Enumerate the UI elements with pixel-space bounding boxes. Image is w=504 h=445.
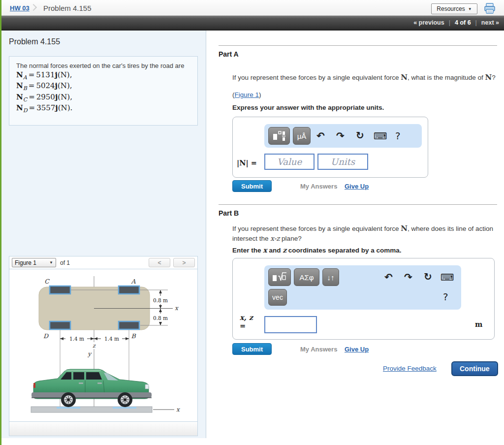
part-b-my-answers[interactable]: My Answers [300,346,337,353]
figure-body: C A D B x z y x 0.8 m 0.8 m 1.4 m [9,269,198,421]
part-b-question: If you represent these forces by a singl… [232,223,501,243]
figure-footer [9,421,198,436]
unit-label: m [475,320,482,328]
svg-text:y: y [87,350,92,357]
svg-text:0.8 m: 0.8 m [153,315,168,321]
force-equation-a: NA=5131j(N), [16,70,190,82]
svg-text:1.4 m: 1.4 m [69,336,84,342]
print-icon[interactable] [483,2,496,14]
problem-title: Problem 4.155 [9,37,60,46]
figure-header: Figure 1 ▼ of 1 < > [9,256,198,269]
part-b-instruction: Enter the x and z coordinates separated … [232,246,401,254]
page: HW 03 Problem 4.155 Resources ▼ « previo… [0,0,504,445]
equation-template-icon [273,130,285,141]
part-a-question: If you represent these forces by a singl… [232,72,497,83]
sqrt-template-icon [272,272,287,283]
problem-statement-box: The normal forces exerted on the car's t… [9,56,198,126]
part-b-answer-label: x, z = [240,314,253,330]
svg-text:B: B [131,332,136,340]
provide-feedback-link[interactable]: Provide Feedback [383,365,437,372]
svg-text:z: z [93,343,96,349]
figure-prev-button[interactable]: < [149,258,170,267]
top-bar: HW 03 Problem 4.155 Resources ▼ [0,0,504,16]
resources-dropdown[interactable]: Resources ▼ [431,3,477,14]
figure-selector[interactable]: Figure 1 ▼ [12,258,56,267]
units-button[interactable]: μÅ [293,127,311,145]
redo-icon[interactable]: ↷ [336,131,345,141]
coordinates-input[interactable] [264,316,317,333]
vec-button[interactable]: vec [268,289,287,306]
resources-label: Resources [437,5,465,12]
part-a-heading: Part A [219,50,239,58]
up-down-arrows-button[interactable]: ↓↑ [322,268,339,286]
nav-separator: | [475,19,477,26]
part-a-equation-toolbar: μÅ ↶ ↷ ↻ ⌨ ? [264,124,422,148]
item-position: 4 of 6 [455,19,471,26]
breadcrumb-chevron-icon [30,4,37,11]
dropdown-arrow-icon: ▼ [468,7,472,11]
help-icon[interactable]: ? [395,131,401,141]
help-icon[interactable]: ? [443,292,448,302]
next-button[interactable]: next » [481,19,499,26]
part-b-give-up-link[interactable]: Give Up [345,346,369,353]
figure-link-line: (Figure 1) [232,91,261,100]
left-green-edge [0,0,1,445]
part-a-give-up-link[interactable]: Give Up [345,183,369,190]
dropdown-arrow-icon: ▼ [49,260,53,265]
part-b-heading: Part B [219,209,239,217]
value-input[interactable] [264,154,315,170]
figure-1-link[interactable]: Figure 1 [235,91,259,98]
part-a-submit-button[interactable]: Submit [232,180,272,192]
part-a-instruction: Express your answer with the appropriate… [232,104,384,111]
units-input[interactable] [317,154,368,170]
page-title: Problem 4.155 [43,4,92,12]
svg-text:1.4 m: 1.4 m [104,336,119,342]
nav-separator: | [449,19,450,26]
keyboard-icon[interactable]: ⌨ [374,131,387,141]
svg-text:D: D [43,332,49,340]
part-b-divider [219,204,497,205]
figure-selector-value: Figure 1 [15,259,36,266]
equation-template-button[interactable] [268,127,290,145]
greek-letters-button[interactable]: ΑΣφ [294,268,319,286]
force-equation-c: NC=2950j(N), [16,93,190,104]
force-equation-b: NB=5024j(N), [16,81,190,93]
continue-button[interactable]: Continue [451,361,498,376]
redo-icon[interactable]: ↷ [404,272,412,282]
reset-icon[interactable]: ↻ [356,130,364,140]
assignment-nav-bar: « previous | 4 of 6 | next » [0,16,504,31]
figure-next-button[interactable]: > [173,258,195,267]
svg-text:x: x [175,305,179,312]
svg-text:C: C [44,278,50,285]
part-b-answer-box: ΑΣφ ↓↑ ↶ ↷ ↻ ⌨ vec ? x, z = m [232,258,495,340]
part-a-answer-label: |N| = [237,159,257,167]
reset-icon[interactable]: ↻ [424,272,432,282]
figure-diagram: C A D B x z y x 0.8 m 0.8 m 1.4 m [9,269,197,421]
previous-button[interactable]: « previous [413,19,444,26]
part-a-answer-box: μÅ ↶ ↷ ↻ ⌨ ? |N| = [232,117,428,178]
keyboard-icon[interactable]: ⌨ [441,273,454,282]
svg-text:0.8 m: 0.8 m [153,297,168,303]
part-a-my-answers[interactable]: My Answers [300,183,337,190]
sqrt-template-button[interactable] [268,268,291,286]
undo-icon[interactable]: ↶ [316,131,325,141]
figure-count: of 1 [60,259,70,266]
problem-intro: The normal forces exerted on the car's t… [16,62,190,70]
svg-text:A: A [130,278,136,285]
svg-text:x: x [176,406,180,413]
part-b-submit-button[interactable]: Submit [232,343,272,355]
part-b-equation-toolbar: ΑΣφ ↓↑ ↶ ↷ ↻ ⌨ vec ? [264,265,461,310]
force-equation-d: ND=3557j(N). [16,103,190,115]
part-a-divider [219,45,497,46]
breadcrumb-hw-link[interactable]: HW 03 [10,4,30,12]
undo-icon[interactable]: ↶ [384,272,393,282]
